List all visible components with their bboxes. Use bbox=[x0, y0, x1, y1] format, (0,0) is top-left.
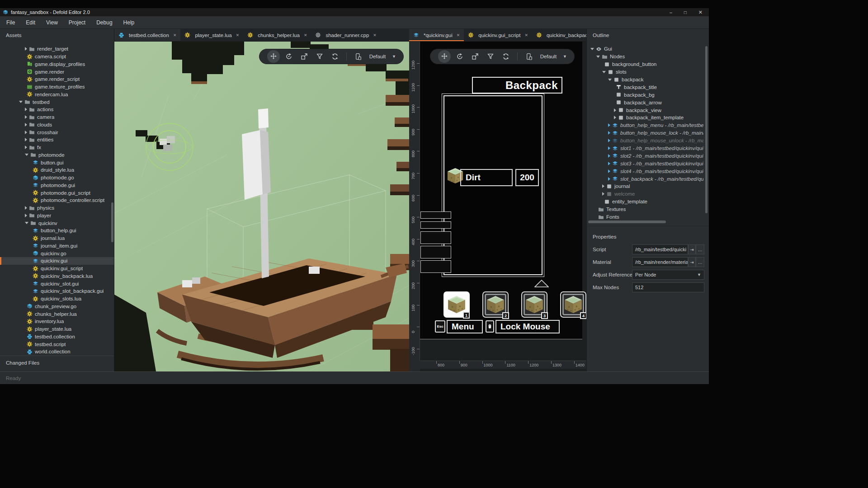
open-resource-button[interactable]: ⇥ bbox=[688, 257, 696, 267]
tree-item-background_button[interactable]: background_button bbox=[587, 61, 703, 68]
expander-right-icon[interactable] bbox=[602, 192, 604, 196]
tree-item-journal_item.gui[interactable]: journal_item.gui bbox=[0, 242, 114, 250]
tab-quickinv.gui[interactable]: *quickinv.gui✕ bbox=[409, 29, 464, 41]
expander-right-icon[interactable] bbox=[25, 131, 27, 134]
menu-file[interactable]: File bbox=[6, 19, 15, 26]
refresh-tool-button[interactable] bbox=[327, 49, 343, 64]
expander-right-icon[interactable] bbox=[608, 123, 610, 127]
expander-down-icon[interactable] bbox=[608, 79, 612, 81]
tab-close-icon[interactable]: ✕ bbox=[236, 33, 240, 38]
tree-item-quickinv_slot_backpack.gui[interactable]: quickinv_slot_backpack.gui bbox=[0, 287, 114, 295]
tree-item-game.render_script[interactable]: game.render_script bbox=[0, 75, 114, 83]
tab-quickinv_backpack.lu[interactable]: quickinv_backpack.lu bbox=[532, 29, 586, 41]
expander-right-icon[interactable] bbox=[25, 115, 27, 119]
tree-item-game.render[interactable]: game.render bbox=[0, 68, 114, 75]
tree-item-clouds[interactable]: clouds bbox=[0, 121, 114, 129]
refresh-tool-button[interactable] bbox=[498, 49, 514, 64]
tree-item-Gui[interactable]: Gui bbox=[587, 45, 703, 53]
tree-item-slot4[interactable]: slot4 - /rb_main/testbed/quickinv/quicki… bbox=[587, 167, 703, 175]
rotate-tool-button[interactable] bbox=[281, 49, 297, 64]
tree-item-quickinv[interactable]: quickinv bbox=[0, 219, 114, 227]
expander-right-icon[interactable] bbox=[608, 139, 610, 142]
changed-files-section[interactable]: Changed Files bbox=[0, 356, 114, 371]
expander-right-icon[interactable] bbox=[608, 177, 610, 181]
tree-item-player[interactable]: player bbox=[0, 212, 114, 220]
filter-tool-button[interactable] bbox=[312, 49, 327, 64]
tree-item-quickinv.go[interactable]: quickinv.go bbox=[0, 249, 114, 257]
tree-item-photomode.gui[interactable]: photomode.gui bbox=[0, 182, 114, 189]
display-profile-button[interactable] bbox=[350, 49, 366, 64]
filter-tool-button[interactable] bbox=[483, 49, 498, 64]
expander-right-icon[interactable] bbox=[608, 146, 610, 150]
expander-right-icon[interactable] bbox=[25, 108, 27, 111]
expander-right-icon[interactable] bbox=[25, 206, 27, 210]
tree-item-druid_style.lua[interactable]: druid_style.lua bbox=[0, 166, 114, 174]
profile-dropdown-chevron-icon[interactable]: ▼ bbox=[392, 54, 396, 59]
expander-right-icon[interactable] bbox=[25, 145, 27, 149]
tree-item-backpack_view[interactable]: backpack_view bbox=[587, 106, 703, 114]
tree-item-journal[interactable]: journal bbox=[587, 183, 703, 190]
tree-item-backpack_title[interactable]: backpack_title bbox=[587, 83, 703, 91]
rotate-tool-button[interactable] bbox=[452, 49, 467, 64]
tree-item-backpack_arrow[interactable]: backpack_arrow bbox=[587, 99, 703, 106]
tree-item-world.collection[interactable]: world.collection bbox=[0, 348, 114, 356]
tree-item-slot_backpack[interactable]: slot_backpack - /rb_main/testbed/quickin… bbox=[587, 175, 703, 183]
tree-item-render_target[interactable]: render_target bbox=[0, 45, 114, 53]
tree-item-quickinv.gui_script[interactable]: quickinv.gui_script bbox=[0, 265, 114, 272]
close-button[interactable]: ✕ bbox=[698, 9, 703, 15]
tree-item-actions[interactable]: actions bbox=[0, 106, 114, 113]
tab-close-icon[interactable]: ✕ bbox=[373, 33, 377, 38]
tree-item-button_help.gui[interactable]: button_help.gui bbox=[0, 227, 114, 235]
tree-item-button_help_mouse_lock[interactable]: button_help_mouse_lock - /rb_main/testbe… bbox=[587, 129, 703, 137]
tree-item-quickinv_slot.gui[interactable]: quickinv_slot.gui bbox=[0, 280, 114, 287]
resource-field-script[interactable]: /rb_main/testbed/quicki bbox=[632, 244, 688, 254]
tree-item-rendercam.lua[interactable]: rendercam.lua bbox=[0, 91, 114, 99]
expander-right-icon[interactable] bbox=[602, 184, 604, 188]
menu-project[interactable]: Project bbox=[69, 19, 85, 26]
expander-down-icon[interactable] bbox=[590, 48, 594, 50]
tree-item-slots[interactable]: slots bbox=[587, 68, 703, 76]
menu-view[interactable]: View bbox=[46, 19, 58, 26]
tree-item-quickinv_backpack.lua[interactable]: quickinv_backpack.lua bbox=[0, 272, 114, 280]
profile-dropdown-chevron-icon[interactable]: ▼ bbox=[563, 54, 567, 59]
outline-hscrollbar[interactable] bbox=[588, 221, 666, 223]
tree-item-photomode[interactable]: photomode bbox=[0, 151, 114, 159]
expander-right-icon[interactable] bbox=[614, 108, 616, 112]
expander-down-icon[interactable] bbox=[25, 222, 28, 224]
tree-item-photomode.go[interactable]: photomode.go bbox=[0, 174, 114, 182]
expander-down-icon[interactable] bbox=[602, 71, 606, 73]
browse-resource-button[interactable]: … bbox=[696, 257, 704, 267]
tree-item-journal.lua[interactable]: journal.lua bbox=[0, 235, 114, 242]
assets-scrollbar[interactable] bbox=[111, 202, 113, 242]
tree-item-chunks_helper.lua[interactable]: chunks_helper.lua bbox=[0, 310, 114, 318]
resource-field-material[interactable]: /rb_main/render/materia bbox=[632, 257, 688, 267]
tree-item-slot3[interactable]: slot3 - /rb_main/testbed/quickinv/quicki… bbox=[587, 160, 703, 167]
tree-item-entities[interactable]: entities bbox=[0, 136, 114, 144]
expander-right-icon[interactable] bbox=[608, 131, 610, 135]
expander-right-icon[interactable] bbox=[25, 138, 27, 141]
scene-viewport[interactable]: Default▼ bbox=[114, 42, 409, 371]
tree-item-physics[interactable]: physics bbox=[0, 204, 114, 212]
expander-right-icon[interactable] bbox=[25, 123, 27, 127]
outline-vscrollbar[interactable] bbox=[705, 46, 708, 213]
tree-item-game.display_profiles[interactable]: game.display_profiles bbox=[0, 61, 114, 68]
gui-editor-pane[interactable]: Backpack Dirt 200 Esc Menu Lock Mouse 12… bbox=[409, 42, 586, 371]
tree-item-player_state.lua[interactable]: player_state.lua bbox=[0, 325, 114, 333]
expander-right-icon[interactable] bbox=[608, 169, 610, 173]
tree-item-photomode.gui_script[interactable]: photomode.gui_script bbox=[0, 189, 114, 197]
expander-right-icon[interactable] bbox=[25, 47, 27, 51]
tree-item-crosshair[interactable]: crosshair bbox=[0, 128, 114, 136]
tree-item-testbed[interactable]: testbed bbox=[0, 98, 114, 106]
tree-item-Textures[interactable]: Textures bbox=[587, 206, 703, 213]
expander-right-icon[interactable] bbox=[614, 116, 616, 119]
minimize-button[interactable]: – bbox=[670, 10, 672, 15]
tree-item-camera.script[interactable]: camera.script bbox=[0, 53, 114, 61]
tab-close-icon[interactable]: ✕ bbox=[457, 33, 460, 38]
tab-quickinv.gui_script[interactable]: quickinv.gui_script✕ bbox=[464, 29, 532, 41]
tree-item-photomode_controller.script[interactable]: photomode_controller.script bbox=[0, 197, 114, 204]
tree-item-quickinv.gui[interactable]: quickinv.gui bbox=[0, 257, 114, 265]
scale-tool-button[interactable] bbox=[467, 49, 483, 64]
open-resource-button[interactable]: ⇥ bbox=[688, 244, 696, 254]
tab-close-icon[interactable]: ✕ bbox=[304, 33, 307, 38]
menu-debug[interactable]: Debug bbox=[96, 19, 112, 26]
